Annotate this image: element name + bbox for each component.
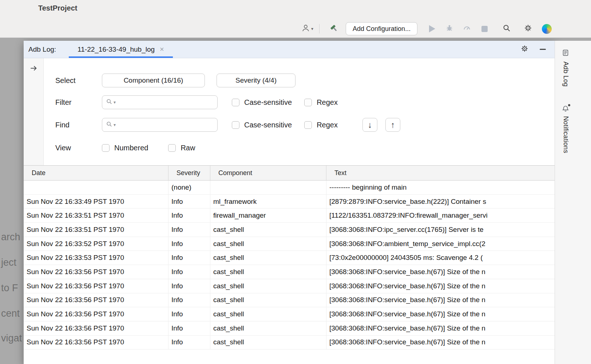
filter-row: Filter ▾ Case-sensitive Regex [55,95,338,109]
build-button[interactable] [329,24,339,33]
run-button[interactable] [427,24,437,33]
find-previous-button[interactable]: ↑ [385,118,400,132]
cell-date [24,181,168,194]
cell-severity: Info [168,223,210,237]
select-label: Select [55,76,102,85]
cell-severity: Info [168,336,210,349]
log-tab-label: 11-22_16-33-49_hub_log [78,46,155,54]
search-history-chevron-icon[interactable]: ▾ [114,100,116,104]
column-header-date[interactable]: Date [24,166,168,180]
search-history-chevron-icon[interactable]: ▾ [114,123,116,127]
bell-icon [562,105,570,113]
column-header-text[interactable]: Text [326,166,555,180]
table-row[interactable]: Sun Nov 22 16:33:49 PST 1970Infoml_frame… [24,195,555,209]
background-text-fragment: ject [1,257,16,268]
table-row[interactable]: Sun Nov 22 16:33:56 PST 1970Infocast_she… [24,279,555,293]
dock-item-notifications[interactable]: Notifications [558,101,573,157]
cell-component: cast_shell [210,237,326,251]
cell-component: cast_shell [210,307,326,321]
find-regex-checkbox[interactable]: Regex [304,121,338,129]
cell-component: cast_shell [210,293,326,307]
cell-text: --------- beginning of main [326,181,555,194]
cell-component: ml_framework [210,195,326,209]
numbered-checkbox[interactable]: Numbered [102,144,148,152]
filter-input-wrap: ▾ [102,95,218,109]
search-icon [106,98,112,106]
checkbox-box [304,121,312,129]
checkbox-box [102,144,110,152]
cell-severity: Info [168,209,210,222]
raw-checkbox[interactable]: Raw [168,144,195,152]
panel-settings-button[interactable] [520,44,529,54]
cell-severity: (none) [168,181,210,194]
table-row[interactable]: Sun Nov 22 16:33:56 PST 1970Infocast_she… [24,307,555,321]
cell-text: [3068:3068:INFO:ambient_temp_service_imp… [326,237,555,251]
settings-button[interactable] [523,24,533,33]
filter-input[interactable] [117,96,214,109]
add-configuration-button[interactable]: Add Configuration... [346,22,417,35]
find-input-wrap: ▾ [102,118,218,132]
search-icon [106,121,112,129]
cell-component: cast_shell [210,279,326,293]
background-text-fragment: vigat [1,333,22,344]
cell-date: Sun Nov 22 16:33:51 PST 1970 [24,223,168,237]
table-row[interactable]: Sun Nov 22 16:33:56 PST 1970Infocast_she… [24,321,555,336]
search-icon [502,24,511,34]
profiler-button[interactable] [462,24,472,33]
table-row[interactable]: (none)--------- beginning of main [24,181,555,195]
cell-component: cast_shell [210,223,326,237]
table-row[interactable]: Sun Nov 22 16:33:51 PST 1970Infocast_she… [24,223,555,237]
cell-severity: Info [168,265,210,279]
stop-icon [481,26,488,32]
checkbox-label: Numbered [114,144,148,152]
checkbox-label: Raw [181,144,195,152]
cell-date: Sun Nov 22 16:33:56 PST 1970 [24,307,168,321]
component-filter-button[interactable]: Component (16/16) [102,74,205,87]
cell-severity: Info [168,307,210,321]
cell-severity: Info [168,251,210,265]
cell-date: Sun Nov 22 16:33:56 PST 1970 [24,279,168,293]
search-everywhere-button[interactable] [502,24,511,33]
tab-close-icon[interactable]: × [160,45,164,54]
arrow-down-icon: ↓ [368,120,372,130]
checkbox-label: Case-sensitive [244,98,292,107]
filter-panel: Select Component (16/16) Severity (4/4) … [24,58,555,166]
assistant-icon[interactable] [542,24,552,34]
column-header-component[interactable]: Component [210,166,326,180]
table-row[interactable]: Sun Nov 22 16:33:56 PST 1970Infocast_she… [24,265,555,279]
filter-case-sensitive-checkbox[interactable]: Case-sensitive [232,98,292,107]
panel-header-actions [520,44,546,54]
collapse-arrow-button[interactable] [29,64,38,73]
cell-severity: Info [168,279,210,293]
cell-date: Sun Nov 22 16:33:56 PST 1970 [24,293,168,307]
cell-date: Sun Nov 22 16:33:56 PST 1970 [24,265,168,279]
debug-button[interactable] [445,24,454,33]
column-header-severity[interactable]: Severity [168,166,210,180]
cell-severity: Info [168,195,210,209]
severity-filter-button[interactable]: Severity (4/4) [217,74,296,87]
find-next-button[interactable]: ↓ [362,118,377,132]
table-row[interactable]: Sun Nov 22 16:33:56 PST 1970Infocast_she… [24,336,555,350]
stop-button[interactable] [480,24,489,33]
log-table-body: (none)--------- beginning of mainSun Nov… [24,181,555,364]
checkbox-label: Regex [317,98,338,107]
cell-date: Sun Nov 22 16:33:52 PST 1970 [24,237,168,251]
find-input[interactable] [117,118,214,131]
arrow-up-icon: ↑ [391,120,395,130]
gear-icon [520,44,529,54]
minimize-icon [540,49,546,50]
cell-component: cast_shell [210,265,326,279]
table-row[interactable]: Sun Nov 22 16:33:53 PST 1970Infocast_she… [24,251,555,265]
dock-label: Notifications [562,116,570,153]
filter-regex-checkbox[interactable]: Regex [304,98,338,107]
hide-panel-button[interactable] [540,49,546,50]
dock-label: Adb Log [562,62,570,87]
user-menu-button[interactable]: ▾ [301,24,313,34]
log-tab[interactable]: 11-22_16-33-49_hub_log × [69,41,173,58]
table-row[interactable]: Sun Nov 22 16:33:56 PST 1970Infocast_she… [24,293,555,308]
table-row[interactable]: Sun Nov 22 16:33:51 PST 1970Infofirewall… [24,209,555,223]
dock-item-adb-log[interactable]: Adb Log [558,45,573,90]
table-row[interactable]: Sun Nov 22 16:33:52 PST 1970Infocast_she… [24,237,555,251]
find-case-sensitive-checkbox[interactable]: Case-sensitive [232,121,292,129]
filter-gutter [24,58,44,165]
